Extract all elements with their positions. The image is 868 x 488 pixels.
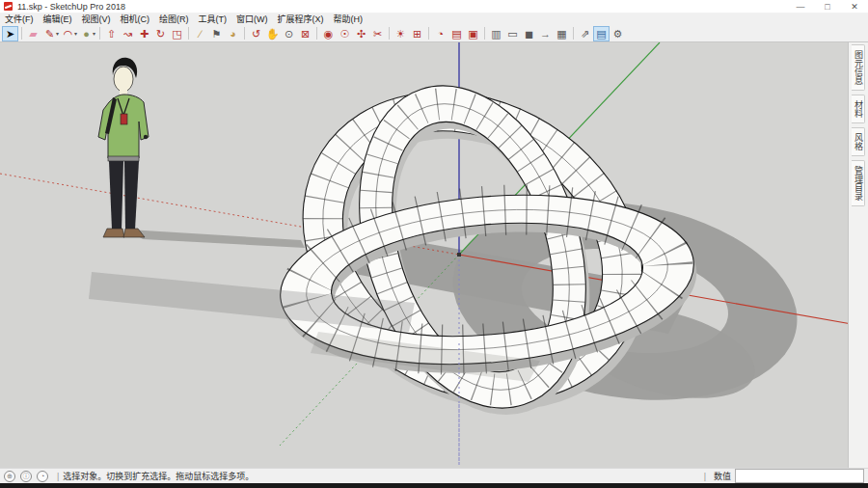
push-pull-tool-icon[interactable]: ⇧ [103,26,120,41]
geolocation-icon[interactable]: ⊕ [4,471,15,482]
toolbar-separator [244,27,245,40]
move-tool-icon[interactable]: ✚ [136,26,152,41]
person-badge [121,114,127,124]
menu-help[interactable]: 帮助(H) [329,14,368,25]
dimension-tool-icon[interactable]: ⚑ [208,26,225,41]
eraser-tool-icon[interactable]: ▰ [25,26,41,41]
tape-measure-tool-icon[interactable]: ∕ [192,26,208,41]
section-plane-tool-icon[interactable]: ✂ [369,26,386,41]
menu-draw[interactable]: 绘图(R) [154,14,194,25]
styles-icon[interactable]: ▤ [448,26,465,41]
person-shoe-left [103,229,124,237]
scenes-icon[interactable]: ◔ [432,26,448,41]
toolbar-separator [484,27,485,40]
title-bar: 11.skp - SketchUp Pro 2018 — □ ✕ [0,0,868,14]
credits-icon[interactable]: ⓘ [20,471,32,482]
select-tool-icon[interactable]: ➤ [2,26,18,41]
window-title: 11.skp - SketchUp Pro 2018 [17,2,125,12]
walk-tool-icon[interactable]: ✣ [353,26,369,41]
position-camera-tool-icon[interactable]: ◉ [320,26,337,41]
line-tool-dropdown-icon[interactable]: ▾ [56,30,59,37]
orbit-tool-icon[interactable]: ↺ [248,26,264,41]
toolbar-separator [573,27,574,40]
style-back-edges-icon[interactable]: ▭ [504,26,521,41]
scale-tool-icon[interactable]: ◳ [169,26,185,41]
person-belt [108,156,139,161]
style-xray-icon[interactable]: ▥ [488,26,504,41]
toolbar-separator [21,27,22,40]
advanced-camera-icon[interactable]: ▣ [465,26,481,41]
follow-me-tool-icon[interactable]: ↝ [120,26,136,41]
menu-edit[interactable]: 编辑(E) [39,14,77,25]
paint-bucket-tool-icon[interactable]: ◕ [225,26,241,41]
style-shaded-icon[interactable]: ▦ [554,26,570,41]
menu-window[interactable]: 窗口(W) [231,14,273,25]
status-hint-text: 选择对象。切换到扩充选择。拖动鼠标选择多项。 [63,470,254,482]
zoom-tool-icon[interactable]: ⊙ [281,26,297,41]
help-icon[interactable]: ◔ [37,471,48,482]
menu-file[interactable]: 文件(F) [0,14,39,25]
maximize-button[interactable]: □ [814,0,841,14]
model-info-gear-icon[interactable]: ⚙ [610,26,626,41]
toolbar-separator [188,27,189,40]
tray-tab-materials[interactable]: 材料 [852,95,865,123]
person-face [114,67,133,92]
zoom-window-tool-icon[interactable]: ⊠ [297,26,313,41]
menu-view[interactable]: 视图(V) [77,14,116,25]
status-bar: ⊕ ⓘ ◔ | 选择对象。切换到扩充选择。拖动鼠标选择多项。 | 数值 [0,468,868,483]
tray-tab-styles[interactable]: 风格 [852,127,865,156]
window-bottom-edge [0,483,868,488]
tray-tab-entity-info[interactable]: 图元信息 [852,44,865,91]
shapes-tool-dropdown-icon[interactable]: ▾ [93,30,95,37]
modeling-viewport[interactable]: 图元信息 材料 风格 管理目录 [0,42,868,468]
toolbar-separator [389,27,390,40]
zoom-extents-icon[interactable]: ⇗ [577,26,593,41]
look-around-tool-icon[interactable]: ☉ [337,26,353,41]
status-separator: | [57,472,59,481]
arc-tool-dropdown-icon[interactable]: ▾ [74,30,77,37]
pan-tool-icon[interactable]: ✋ [264,26,281,41]
measurements-label: 数值 [714,470,731,482]
menu-extensions[interactable]: 扩展程序(X) [273,14,329,25]
3d-scene[interactable] [0,42,868,468]
tray-toggle-icon[interactable]: ▤ [593,26,610,41]
rotate-tool-icon[interactable]: ↻ [152,26,169,41]
toolbar-separator [99,27,100,40]
style-wireframe-icon[interactable]: ◼ [521,26,537,41]
sketchup-logo-icon [4,2,13,11]
measurements-input[interactable] [735,469,864,483]
minimize-button[interactable]: — [787,0,814,14]
toolbar-separator [316,27,317,40]
menu-tools[interactable]: 工具(T) [194,14,232,25]
close-button[interactable]: ✕ [841,0,868,14]
style-hidden-line-icon[interactable]: → [537,26,554,41]
toolbar-separator [428,27,429,40]
toolbar: ➤ ▰ ✎ ▾ ◠ ▾ ● ▾ ⇧ ↝ ✚ ↻ ◳ ∕ ⚑ ◕ ↺ ✋ ⊙ ⊠ … [0,25,868,42]
right-tray: 图元信息 材料 风格 管理目录 [848,42,868,468]
axes-origin-point[interactable] [457,253,461,257]
tray-tab-outliner[interactable]: 管理目录 [852,160,865,206]
status-separator: | [704,472,706,481]
shadow-settings-icon[interactable]: ⊞ [409,26,425,41]
menu-bar: 文件(F) 编辑(E) 视图(V) 相机(C) 绘图(R) 工具(T) 窗口(W… [0,14,868,25]
person-watch [144,135,148,139]
shadows-toggle-icon[interactable]: ☀ [393,26,409,41]
menu-camera[interactable]: 相机(C) [116,14,155,25]
